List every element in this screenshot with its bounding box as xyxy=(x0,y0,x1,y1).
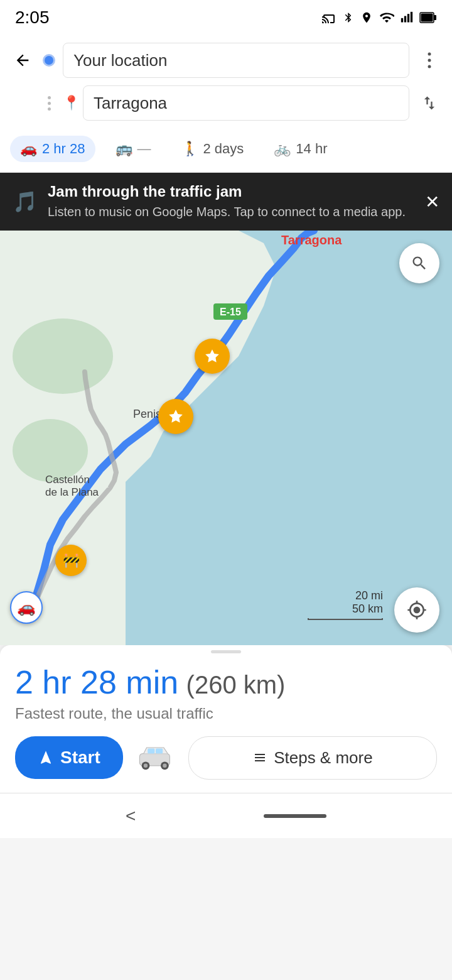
svg-rect-5 xyxy=(434,15,436,20)
banner-subtitle: Listen to music on Google Maps. Tap to c… xyxy=(48,203,415,220)
drag-handle[interactable] xyxy=(211,650,241,653)
tab-bike[interactable]: 🚲 14 hr xyxy=(264,136,337,162)
start-navigation-button[interactable]: Start xyxy=(15,736,123,779)
car-tab-duration: 2 hr 28 xyxy=(42,141,85,157)
walk-tab-icon: 🚶 xyxy=(181,141,198,157)
route-duration: 2 hr 28 min xyxy=(15,664,178,700)
status-icons xyxy=(321,10,437,25)
map-svg: E-15 Tarragona Peniscola Castellón de la… xyxy=(0,231,452,645)
svg-text:Castellón: Castellón xyxy=(45,474,90,486)
route-distance: (260 km) xyxy=(186,671,286,699)
svg-text:de la Plana: de la Plana xyxy=(45,486,99,498)
svg-rect-27 xyxy=(156,749,163,754)
route-duration-row: 2 hr 28 min (260 km) xyxy=(15,663,437,701)
action-buttons-row: Start Steps & more xyxy=(15,735,437,780)
current-location-marker: 🚗 xyxy=(10,591,43,624)
music-icon: 🎵 xyxy=(13,190,38,214)
scale-miles: 20 mi xyxy=(355,589,383,602)
map-search-button[interactable] xyxy=(399,243,439,283)
svg-rect-26 xyxy=(148,749,154,754)
origin-input[interactable] xyxy=(63,43,409,78)
more-options-button[interactable] xyxy=(417,48,442,73)
cast-icon xyxy=(321,10,336,25)
svg-rect-2 xyxy=(407,14,409,22)
my-location-button[interactable] xyxy=(394,587,439,633)
back-button[interactable] xyxy=(10,48,35,73)
wifi-icon xyxy=(379,10,394,25)
signal-icon xyxy=(401,10,413,25)
transit-tab-label: — xyxy=(137,141,151,157)
svg-rect-1 xyxy=(404,16,406,23)
banner-text-area: Jam through the traffic jam Listen to mu… xyxy=(48,183,415,220)
battery-icon xyxy=(419,10,437,25)
svg-rect-0 xyxy=(401,18,403,23)
traffic-marker-1 xyxy=(195,339,230,374)
svg-point-25 xyxy=(163,764,166,768)
svg-point-23 xyxy=(144,764,148,768)
scale-km: 50 km xyxy=(352,602,383,616)
status-bar: 2:05 xyxy=(0,0,452,35)
location-icon xyxy=(360,10,373,25)
start-button-label: Start xyxy=(60,748,100,768)
home-indicator[interactable] xyxy=(264,814,326,818)
route-description: Fastest route, the usual traffic xyxy=(15,705,437,722)
tab-walk[interactable]: 🚶 2 days xyxy=(171,136,254,162)
svg-point-7 xyxy=(428,53,431,56)
svg-point-8 xyxy=(428,59,431,62)
bike-tab-duration: 14 hr xyxy=(296,141,327,157)
origin-dot xyxy=(43,54,55,67)
svg-text:E-15: E-15 xyxy=(220,307,241,317)
destination-input[interactable] xyxy=(83,85,409,121)
destination-pin-icon: 📍 xyxy=(63,95,75,111)
transport-tabs: 🚗 2 hr 28 🚌 — 🚶 2 days 🚲 14 hr xyxy=(0,128,452,173)
walk-tab-duration: 2 days xyxy=(203,141,244,157)
bike-tab-icon: 🚲 xyxy=(274,141,291,157)
map-scale: 20 mi 50 km xyxy=(308,589,383,620)
steps-button-label: Steps & more xyxy=(274,748,373,768)
destination-row: 📍 xyxy=(10,85,442,121)
bluetooth-icon xyxy=(343,10,354,25)
system-navigation-bar: < xyxy=(0,793,452,838)
svg-rect-6 xyxy=(421,14,433,22)
scale-bar xyxy=(308,618,383,620)
tab-transit[interactable]: 🚌 — xyxy=(105,136,161,162)
connector-dots xyxy=(43,96,55,111)
map-view[interactable]: E-15 Tarragona Peniscola Castellón de la… xyxy=(0,231,452,645)
construction-marker: 🚧 xyxy=(55,545,87,576)
traffic-marker-2 xyxy=(158,399,193,434)
svg-rect-3 xyxy=(411,12,412,23)
media-banner[interactable]: 🎵 Jam through the traffic jam Listen to … xyxy=(0,173,452,231)
banner-title: Jam through the traffic jam xyxy=(48,183,415,200)
transit-tab-icon: 🚌 xyxy=(116,141,132,157)
steps-more-button[interactable]: Steps & more xyxy=(188,736,437,780)
tab-car[interactable]: 🚗 2 hr 28 xyxy=(10,136,95,162)
route-bottom-panel: 2 hr 28 min (260 km) Fastest route, the … xyxy=(0,645,452,793)
top-navigation: 📍 xyxy=(0,35,452,128)
banner-close-button[interactable]: ✕ xyxy=(425,192,439,212)
vehicle-selector-button[interactable] xyxy=(133,735,178,780)
system-back-button[interactable]: < xyxy=(126,806,136,826)
svg-point-13 xyxy=(13,318,113,394)
svg-point-9 xyxy=(428,65,431,68)
origin-row xyxy=(10,43,442,78)
car-tab-icon: 🚗 xyxy=(20,141,37,157)
status-time: 2:05 xyxy=(15,8,50,28)
svg-text:Tarragona: Tarragona xyxy=(281,233,342,247)
svg-point-14 xyxy=(13,419,88,482)
swap-directions-button[interactable] xyxy=(417,90,442,116)
